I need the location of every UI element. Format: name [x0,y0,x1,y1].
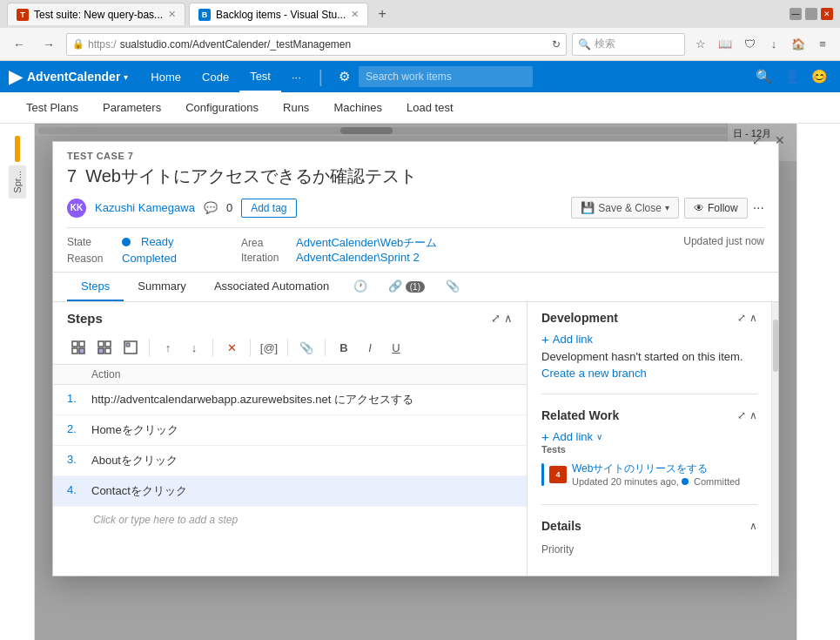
vs-logo-icon: ▶ [9,66,22,87]
create-shared-step-button[interactable] [119,336,142,359]
step-row[interactable]: 1. http://adventcalendarwebapp.azurewebs… [53,385,527,415]
toolbar-separator-1 [149,339,150,356]
work-item-search[interactable] [359,66,533,87]
nav-item-home[interactable]: Home [140,61,192,92]
user-avatar[interactable]: 😊 [807,64,831,89]
meta-state-col: State Ready Reason Completed [67,235,224,265]
attach-button[interactable]: 📎 [295,336,318,359]
new-tab-button[interactable]: + [372,3,393,24]
details-title: Details [541,519,581,533]
step-4-text[interactable]: Contactをクリック [91,483,513,499]
tab1-label: Test suite: New query-bas... [34,9,163,21]
add-tag-button[interactable]: Add tag [241,199,296,218]
related-add-link-button[interactable]: + Add link ∨ [541,429,757,444]
follow-button[interactable]: 👁 Follow [684,198,748,219]
comment-count: 0 [226,201,232,214]
create-branch-link[interactable]: Create a new branch [541,367,647,380]
state-value[interactable]: Ready [141,235,174,248]
author-name[interactable]: Kazushi Kamegawa [95,201,195,214]
scrollbar-thumb[interactable] [773,320,778,372]
close-window-button[interactable]: ✕ [821,8,833,20]
menu-button[interactable]: ≡ [812,34,833,55]
insert-shared-step-button[interactable] [93,336,116,359]
browser-tab-1[interactable]: T Test suite: New query-bas... ✕ [7,3,185,25]
bookmark-button[interactable]: 📖 [715,34,736,55]
move-up-button[interactable]: ↑ [157,336,179,359]
add-link-dropdown[interactable]: ∨ [596,432,602,441]
browser-tab-2[interactable]: B Backlog items - Visual Stu... ✕ [189,3,368,25]
back-button[interactable]: ← [7,32,31,57]
related-work-expand-icon[interactable]: ⤢ [737,409,746,421]
modal-overlay: ⤢ ✕ TEST CASE 7 7 Webサイトにアクセスできるか確認テスト K… [35,124,796,640]
sub-nav-configurations[interactable]: Configurations [173,92,271,124]
step-1-text[interactable]: http://adventcalendarwebapp.azurewebsite… [91,392,513,408]
tab-steps[interactable]: Steps [67,273,124,301]
tab1-close[interactable]: ✕ [168,9,176,20]
related-work-collapse-icon[interactable]: ∧ [749,409,757,421]
forward-button[interactable]: → [37,32,61,57]
related-item-bar [541,463,544,486]
steps-header: Steps ⤢ ∧ [53,302,527,331]
save-close-button[interactable]: 💾 Save & Close ▾ [571,197,679,219]
plus-icon: + [541,332,549,347]
nav-item-code[interactable]: Code [192,61,239,92]
step-row[interactable]: 2. Homeをクリック [53,415,527,446]
dev-add-link-button[interactable]: + Add link [541,332,757,347]
related-work-title: Related Work [541,408,619,422]
insert-step-button[interactable] [67,336,90,359]
related-item-title[interactable]: Webサイトのリリースをする [572,461,757,476]
italic-button[interactable]: I [359,336,381,359]
bold-button[interactable]: B [333,336,355,359]
settings-icon[interactable]: ⚙ [330,69,359,84]
sub-nav-runs[interactable]: Runs [271,92,321,124]
nav-item-test[interactable]: Test [239,61,281,92]
save-dropdown-arrow[interactable]: ▾ [665,203,669,212]
steps-column-header: Action [53,365,527,385]
tab2-close[interactable]: ✕ [351,9,359,20]
step-2-text[interactable]: Homeをクリック [91,422,513,438]
details-collapse-icon[interactable]: ∧ [749,520,757,532]
shield-button[interactable]: 🛡 [739,34,760,55]
area-value[interactable]: AdventCalender\Webチーム [296,235,437,251]
tab-history[interactable]: 🕐 [343,273,378,301]
star-button[interactable]: ☆ [690,34,711,55]
address-bar[interactable]: 🔒 https:/ sualstudio.com/AdventCalender/… [66,33,567,56]
step-row[interactable]: 4. Contactをクリック [53,476,527,507]
sub-nav-test-plans[interactable]: Test Plans [14,92,91,124]
download-button[interactable]: ↓ [763,34,784,55]
param-button[interactable]: [@] [258,336,280,359]
step-row[interactable]: 3. Aboutをクリック [53,446,527,476]
tab-summary[interactable]: Summary [124,273,200,301]
maximize-button[interactable] [805,8,817,20]
development-collapse-icon[interactable]: ∧ [749,312,757,324]
add-step-placeholder[interactable]: Click or type here to add a step [53,507,527,533]
lock-icon: 🔒 [72,38,84,50]
minimize-button[interactable]: — [790,8,802,20]
tab-attachment[interactable]: 📎 [435,273,470,301]
underline-button[interactable]: U [385,336,407,359]
tab-links[interactable]: 🔗 (1) [378,273,435,301]
home-button[interactable]: 🏠 [788,34,809,55]
delete-step-button[interactable]: ✕ [220,336,243,359]
search-button[interactable]: 🔍 [751,64,776,89]
nav-item-more[interactable]: ··· [281,61,312,92]
state-row: State Ready [67,235,224,248]
sub-nav-machines[interactable]: Machines [321,92,394,124]
address-text: https:/ [88,38,117,51]
step-3-text[interactable]: Aboutをクリック [91,453,513,468]
vs-org-dropdown[interactable]: ▾ [124,72,128,82]
collapse-icon: ∧ [504,312,513,325]
move-down-button[interactable]: ↓ [183,336,205,359]
modal-scrollbar[interactable] [771,302,778,576]
person-icon[interactable]: 👤 [779,64,803,89]
refresh-icon[interactable]: ↻ [552,38,561,51]
more-options-button[interactable]: ··· [753,200,764,216]
development-expand-icon[interactable]: ⤢ [737,312,746,324]
iteration-value[interactable]: AdventCalender\Sprint 2 [296,251,420,264]
sub-nav-parameters[interactable]: Parameters [91,92,173,124]
steps-expand-button[interactable]: ⤢ ∧ [491,312,513,325]
related-work-section: Related Work ⤢ ∧ + Add link ∨ [541,408,757,490]
sub-nav-load-test[interactable]: Load test [394,92,466,124]
tab-associated[interactable]: Associated Automation [200,273,343,301]
browser-search[interactable]: 🔍 検索 [572,33,685,56]
